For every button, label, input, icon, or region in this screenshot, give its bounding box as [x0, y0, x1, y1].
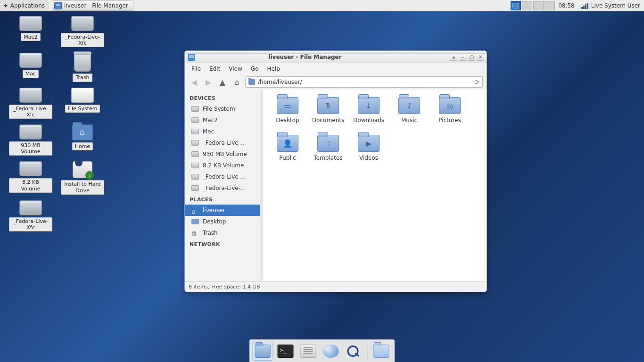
sidebar-device-item[interactable]: Mac2 [185, 115, 260, 126]
drive-icon [191, 140, 199, 146]
nav-home-button[interactable]: ⌂ [231, 76, 242, 88]
folder-public[interactable]: 👤Public [268, 135, 307, 161]
menu-view[interactable]: View [225, 64, 246, 74]
user-label: Live System User [591, 2, 640, 9]
home-folder-icon [72, 124, 93, 140]
sidebar-place-desktop[interactable]: Desktop [185, 216, 260, 227]
menu-go[interactable]: Go [247, 64, 263, 74]
folder-label: Desktop [276, 117, 299, 123]
applications-label: Applications [10, 2, 45, 9]
workspace-2[interactable] [522, 1, 532, 10]
desktop-icon[interactable]: Mac2 [5, 16, 57, 47]
desktop-icon-label: _Fedora-Live-Xfc [9, 217, 52, 231]
panel-clock[interactable]: 08:58 [555, 2, 578, 9]
folder-icon: 🗎 [317, 135, 339, 152]
window-minimize-button[interactable]: – [459, 53, 466, 61]
folder-documents[interactable]: 🗎Documents [308, 97, 348, 123]
dock-file-manager[interactable] [253, 342, 273, 361]
folder-label: Public [279, 155, 296, 161]
folder-desktop[interactable]: ▭Desktop [268, 97, 307, 123]
files-icon [300, 345, 316, 358]
folder-videos[interactable]: ▶Videos [349, 135, 388, 161]
dock-file-archiver[interactable] [298, 342, 319, 361]
sidebar-place-trash[interactable]: Trash [185, 227, 260, 239]
window-maximize-button[interactable]: ▢ [468, 53, 475, 61]
drive-icon [191, 174, 199, 180]
dock-separator [367, 343, 368, 360]
dock-search[interactable] [343, 342, 364, 361]
workspace-1[interactable] [511, 1, 521, 10]
dock-folder[interactable] [371, 342, 392, 361]
sidebar-item-label: Mac [203, 128, 214, 135]
desktop-icon-label: Mac [23, 70, 39, 78]
desktop-icon[interactable]: Home [57, 124, 108, 156]
window-close-button[interactable]: ✕ [477, 53, 484, 61]
folder-music[interactable]: ♪Music [389, 97, 429, 123]
desktop-icon[interactable]: File System [57, 88, 108, 119]
dock-terminal[interactable] [275, 342, 296, 361]
desktop-icon[interactable]: _Fedora-Live-Xfc [57, 16, 108, 47]
drive-icon [191, 117, 199, 123]
sidebar-device-item[interactable]: 930 MB Volume [185, 148, 260, 160]
sidebar-item-label: _Fedora-Live-... [203, 173, 246, 180]
xfce-logo-icon: ✦ [3, 2, 8, 9]
desktop-icon-label: Trash [73, 74, 92, 82]
term-icon [278, 345, 294, 358]
dock-web-browser[interactable] [321, 342, 341, 361]
menu-bar: FileEditViewGoHelp [185, 63, 487, 74]
location-entry[interactable]: /home/liveuser/ ⟳ [245, 76, 483, 88]
desktop-icon[interactable]: Trash [57, 53, 108, 82]
workspace-4[interactable] [545, 1, 555, 10]
toolbar: ◀ ▶ ▲ ⌂ /home/liveuser/ ⟳ [185, 74, 487, 90]
trash-icon [74, 53, 91, 72]
window-app-icon [188, 53, 195, 61]
drive-icon [191, 129, 199, 134]
drive-icon [19, 16, 42, 31]
folder-templates[interactable]: 🗎Templates [308, 135, 348, 161]
folder-label: Videos [359, 155, 378, 161]
folder-downloads[interactable]: ↓Downloads [349, 97, 388, 123]
sidebar-device-item[interactable]: 8.2 KB Volume [185, 160, 260, 171]
sidebar-device-item[interactable]: Mac [185, 126, 260, 137]
desktop-icon[interactable]: Mac [5, 53, 57, 82]
desktop-icon[interactable]: 930 MB Volume [5, 124, 57, 156]
nav-back-button[interactable]: ◀ [189, 76, 200, 88]
folder-label: Pictures [438, 117, 461, 123]
sidebar-device-item[interactable]: _Fedora-Live-... [185, 137, 260, 148]
sidebar-device-item[interactable]: File System [185, 103, 260, 115]
folder-icon: ▭ [277, 97, 298, 114]
nav-forward-button[interactable]: ▶ [203, 76, 214, 88]
window-shade-button[interactable]: ▴ [450, 53, 457, 61]
desktop-icon[interactable]: 8.2 KB Volume [5, 161, 57, 194]
taskbar-item-filemanager[interactable]: liveuser - File Manager [52, 0, 133, 11]
desktop-icon-label: Install to Hard Drive [61, 180, 104, 194]
sidebar-device-item[interactable]: _Fedora-Live-... [185, 171, 260, 182]
folder-pictures[interactable]: ◎Pictures [430, 97, 470, 123]
folder-view[interactable]: ▭Desktop🗎Documents↓Downloads♪Music◎Pictu… [263, 90, 487, 281]
sidebar-item-label: Trash [203, 230, 218, 236]
desktop-icon[interactable]: _Fedora-Live-Xfc [5, 88, 57, 119]
folder-label: Music [401, 117, 417, 123]
menu-help[interactable]: Help [263, 64, 283, 74]
installer-icon [73, 161, 92, 178]
folder-icon: ◎ [439, 97, 461, 114]
drive-icon [191, 151, 199, 157]
drive-icon [191, 163, 199, 168]
user-menu[interactable]: Live System User [578, 2, 644, 9]
menu-file[interactable]: File [188, 64, 205, 74]
web-icon [323, 345, 339, 358]
folder-icon: 👤 [277, 135, 298, 152]
desktop-icon[interactable]: Install to Hard Drive [57, 161, 108, 194]
sidebar-place-liveuser[interactable]: liveuser [185, 205, 260, 216]
nav-up-button[interactable]: ▲ [217, 76, 228, 88]
menu-edit[interactable]: Edit [206, 64, 224, 74]
sidebar-device-item[interactable]: _Fedora-Live-... [185, 182, 260, 194]
search-icon [346, 345, 362, 358]
sidebar: DEVICESFile SystemMac2Mac_Fedora-Live-..… [185, 90, 260, 281]
desktop-icon[interactable]: _Fedora-Live-Xfc [5, 200, 57, 231]
reload-icon[interactable]: ⟳ [474, 79, 479, 86]
workspace-3[interactable] [533, 1, 544, 10]
file-manager-window: liveuser - File Manager ▴ – ▢ ✕ FileEdit… [184, 50, 487, 292]
applications-menu[interactable]: ✦ Applications [0, 0, 48, 11]
desktop-icon-label: Home [72, 142, 93, 150]
